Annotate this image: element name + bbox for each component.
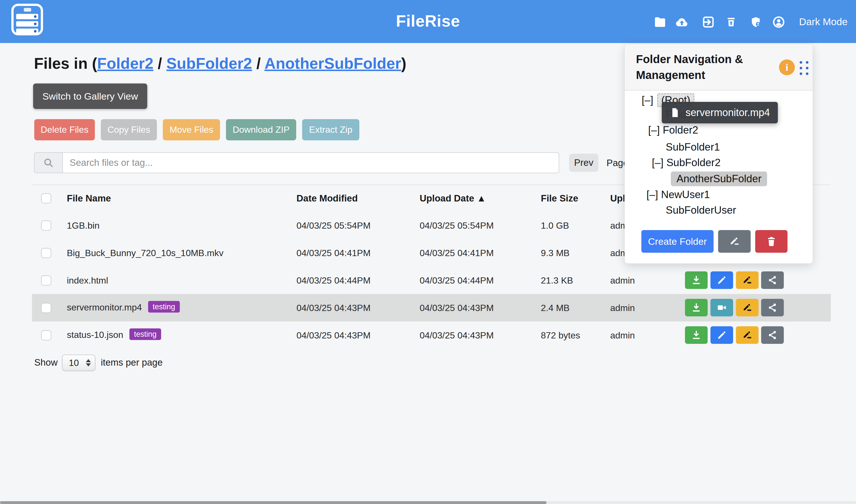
breadcrumb-link-folder2[interactable]: Folder2: [97, 55, 154, 72]
app-header: FileRise Dark Mode: [0, 0, 856, 43]
uploader: admin: [610, 303, 635, 313]
tree-item-subfolderuser[interactable]: SubFolderUser: [666, 204, 736, 216]
horizontal-scrollbar[interactable]: [0, 501, 856, 504]
tree-item-subfolder2[interactable]: [–] SubFolder2: [652, 157, 721, 169]
date-modified: 04/03/25 05:54PM: [296, 220, 371, 231]
breadcrumb-prefix: Files in (: [34, 55, 97, 72]
account-icon[interactable]: [772, 15, 785, 29]
row-checkbox[interactable]: [41, 303, 51, 313]
file-icon: [670, 107, 680, 118]
search-icon: [34, 152, 62, 173]
file-size: 9.3 MB: [541, 248, 570, 258]
download-button[interactable]: [685, 326, 707, 344]
file-name[interactable]: 1GB.bin: [67, 220, 100, 231]
switch-gallery-view-button[interactable]: Switch to Gallery View: [33, 84, 147, 109]
date-modified: 04/03/25 04:41PM: [296, 248, 371, 258]
folder-panel-title: Folder Navigation &Management: [636, 51, 766, 83]
extract-zip-button[interactable]: Extract Zip: [302, 119, 359, 140]
tree-toggle-newuser1[interactable]: [–]: [646, 189, 658, 200]
date-modified: 04/03/25 04:43PM: [296, 303, 371, 313]
row-checkbox[interactable]: [41, 275, 51, 286]
breadcrumb-link-anothersubfolder[interactable]: AnotherSubFolder: [264, 55, 401, 72]
row-checkbox[interactable]: [41, 248, 51, 258]
upload-date: 04/03/25 04:44PM: [420, 275, 494, 286]
file-name[interactable]: index.html: [67, 275, 108, 286]
rename-button[interactable]: [736, 271, 758, 289]
tree-item-anothersubfolder[interactable]: AnotherSubFolder: [671, 172, 767, 186]
play-video-button[interactable]: [711, 299, 733, 317]
drag-ghost-label: servermonitor.mp4: [685, 107, 770, 119]
rename-button[interactable]: [736, 299, 758, 317]
file-size: 21.3 KB: [541, 275, 573, 286]
delete-files-button[interactable]: Delete Files: [34, 119, 95, 140]
filerise-app: FileRise Dark Mode Files in (Folder2 / S…: [0, 0, 856, 504]
tree-selected-chip: AnotherSubFolder: [671, 172, 767, 186]
share-button[interactable]: [761, 271, 784, 289]
file-name[interactable]: servermonitor.mp4testing: [67, 302, 180, 313]
row-checkbox[interactable]: [41, 220, 51, 231]
upload-date: 04/03/25 05:54PM: [420, 220, 494, 231]
table-row[interactable]: servermonitor.mp4testing 04/03/25 04:43P…: [32, 294, 831, 322]
sort-asc-icon: ▲: [477, 193, 486, 203]
delete-folder-button[interactable]: [755, 230, 787, 253]
uploader: admin: [610, 330, 635, 340]
breadcrumb-link-subfolder2[interactable]: SubFolder2: [167, 55, 252, 72]
tree-toggle-folder2[interactable]: [–]: [648, 124, 660, 136]
select-arrows-icon: [86, 359, 91, 366]
upload-date: 04/03/25 04:43PM: [420, 303, 494, 313]
info-icon[interactable]: i: [779, 59, 795, 75]
search-input[interactable]: [62, 152, 559, 173]
upload-date: 04/03/25 04:43PM: [420, 330, 494, 340]
folder-icon[interactable]: [653, 15, 667, 29]
date-modified: 04/03/25 04:43PM: [296, 330, 371, 340]
download-zip-button[interactable]: Download ZIP: [226, 119, 296, 140]
create-folder-button[interactable]: Create Folder: [641, 230, 714, 253]
items-per-page-label: items per page: [101, 357, 162, 368]
select-all-checkbox[interactable]: [41, 193, 51, 203]
column-header-date-modified[interactable]: Date Modified: [296, 193, 357, 204]
column-header-file-name[interactable]: File Name: [67, 193, 111, 204]
tree-toggle-root[interactable]: [–]: [642, 94, 653, 106]
rename-folder-button[interactable]: [718, 230, 751, 253]
rename-button[interactable]: [736, 326, 758, 344]
date-modified: 04/03/25 04:44PM: [296, 275, 371, 286]
download-button[interactable]: [685, 271, 707, 289]
sign-out-icon[interactable]: [701, 15, 715, 29]
table-row[interactable]: status-10.jsontesting 04/03/25 04:43PM 0…: [32, 322, 831, 349]
folder-navigation-panel: Folder Navigation &Management i [–](Root…: [624, 44, 813, 264]
scrollbar-thumb[interactable]: [0, 501, 546, 504]
tag-badge: testing: [129, 328, 161, 340]
folder-panel-header: Folder Navigation &Management i: [625, 44, 813, 91]
tree-item-folder2[interactable]: [–] Folder2: [648, 124, 698, 136]
edit-button[interactable]: [711, 326, 733, 344]
prev-page-button[interactable]: Prev: [569, 154, 598, 172]
items-per-page-value: 10: [69, 358, 79, 368]
share-button[interactable]: [761, 326, 784, 344]
row-checkbox[interactable]: [41, 330, 51, 340]
file-name[interactable]: status-10.jsontesting: [67, 329, 161, 341]
edit-button[interactable]: [711, 271, 733, 289]
drag-handle-icon[interactable]: [800, 61, 808, 75]
file-size: 872 bytes: [541, 330, 580, 340]
move-files-button[interactable]: Move Files: [163, 119, 220, 140]
trash-restore-icon[interactable]: [726, 15, 737, 29]
tree-item-newuser1[interactable]: [–] NewUser1: [646, 189, 710, 201]
column-header-upload-date[interactable]: Upload Date ▲: [420, 193, 486, 204]
tree-item-subfolder1[interactable]: SubFolder1: [666, 141, 720, 153]
copy-files-button[interactable]: Copy Files: [101, 119, 157, 140]
table-row[interactable]: index.html 04/03/25 04:44PM 04/03/25 04:…: [32, 267, 831, 294]
tree-toggle-subfolder2[interactable]: [–]: [652, 157, 663, 168]
share-button[interactable]: [761, 299, 784, 317]
upload-cloud-icon[interactable]: [675, 15, 689, 29]
items-per-page-select[interactable]: 10: [62, 355, 95, 371]
tag-badge: testing: [148, 301, 180, 312]
file-size: 1.0 GB: [541, 220, 569, 231]
download-button[interactable]: [685, 299, 707, 317]
uploader: admin: [610, 275, 635, 286]
dark-mode-toggle[interactable]: Dark Mode: [799, 16, 848, 28]
column-header-file-size[interactable]: File Size: [541, 193, 578, 204]
upload-date: 04/03/25 04:41PM: [420, 248, 494, 258]
admin-shield-icon[interactable]: [750, 15, 762, 29]
file-name[interactable]: Big_Buck_Bunny_720_10s_10MB.mkv: [67, 248, 223, 258]
show-label: Show: [34, 357, 58, 368]
